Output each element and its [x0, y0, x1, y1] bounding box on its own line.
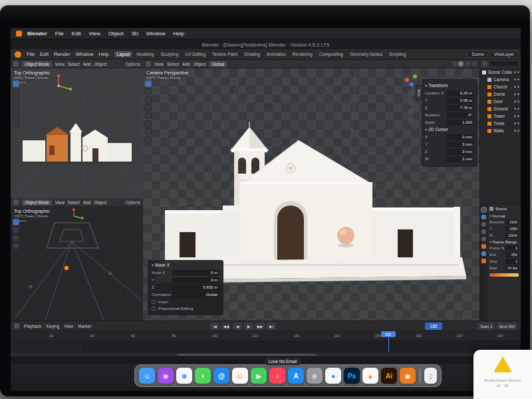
- cursor-panel-title[interactable]: 2D Cursor: [425, 127, 474, 132]
- workspace-tab[interactable]: Rendering: [290, 51, 315, 57]
- field-value[interactable]: 5.835 m: [172, 285, 219, 291]
- editor-type-icon[interactable]: [13, 200, 19, 205]
- timeline-menu[interactable]: View: [64, 324, 73, 329]
- workspace-tab[interactable]: Layout: [114, 51, 133, 57]
- dock-app-icon[interactable]: ◗: [195, 368, 211, 384]
- trash-icon[interactable]: ▯: [424, 368, 437, 384]
- workspace-tab[interactable]: Scripting: [386, 51, 408, 57]
- tool-measure[interactable]: [145, 136, 152, 143]
- workspace-tab[interactable]: Modeling: [134, 51, 156, 57]
- viewport-menu[interactable]: View: [55, 62, 65, 66]
- dock-app-icon[interactable]: ♪: [269, 368, 285, 384]
- playhead[interactable]: 185: [388, 331, 389, 352]
- viewport-menu[interactable]: Add: [182, 62, 190, 66]
- viewport-menu[interactable]: Select: [167, 62, 179, 66]
- visibility-toggles[interactable]: [514, 78, 519, 80]
- tool-scale[interactable]: [13, 112, 19, 119]
- menubar-item[interactable]: 3D: [132, 31, 138, 37]
- viewport-canvas[interactable]: Top Orthographic (001) Trees | Dome Mete…: [11, 68, 143, 198]
- topbar-menu[interactable]: Window: [76, 51, 94, 57]
- orientation-dropdown[interactable]: Global: [172, 292, 219, 298]
- options-button[interactable]: Options: [126, 62, 140, 66]
- field-value[interactable]: 250: [505, 252, 519, 257]
- dock-app-icon[interactable]: A: [288, 368, 304, 384]
- viewport-menu[interactable]: Select: [68, 200, 80, 205]
- dock-app-icon[interactable]: ◉: [400, 368, 416, 384]
- zoom-icon[interactable]: [408, 89, 415, 96]
- properties-tab-object[interactable]: [481, 244, 486, 249]
- properties-tab-render[interactable]: [481, 207, 486, 212]
- menubar-item[interactable]: File: [55, 31, 64, 37]
- field-value[interactable]: 24 fps: [505, 265, 519, 271]
- options-button[interactable]: Options: [126, 200, 140, 205]
- filter-icon[interactable]: [482, 61, 487, 66]
- scrollbar-thumb[interactable]: [177, 354, 317, 356]
- operator-checkbox[interactable]: Proportional Editing: [152, 305, 219, 311]
- frame-start-field[interactable]: Start1: [477, 323, 495, 330]
- orientation-selector[interactable]: Global: [209, 61, 227, 67]
- tool-cursor[interactable]: [145, 88, 152, 95]
- outliner-item[interactable]: Church: [480, 83, 521, 90]
- dock-app-icon[interactable]: ▲: [362, 368, 378, 384]
- tool-transform[interactable]: [13, 120, 19, 127]
- topbar-menu[interactable]: Render: [54, 51, 70, 57]
- viewport-menu[interactable]: Object: [94, 200, 107, 205]
- mode-selector[interactable]: Object Mode: [22, 61, 52, 67]
- tool-select[interactable]: [13, 80, 19, 87]
- properties-tab-world[interactable]: [481, 237, 486, 241]
- viewport-menu[interactable]: View: [154, 62, 164, 66]
- tool-rotate[interactable]: [13, 243, 19, 249]
- transform-panel-title[interactable]: Transform: [425, 83, 474, 88]
- transport-button[interactable]: ◀◀: [221, 323, 231, 330]
- dock-app-icon[interactable]: ◎: [232, 368, 248, 384]
- frame-range-panel-title[interactable]: Frame Range: [489, 239, 519, 244]
- menubar-item[interactable]: Blender: [27, 31, 47, 37]
- outliner-item[interactable]: Walls: [480, 127, 521, 134]
- workspace-tab[interactable]: UV Editing: [182, 51, 208, 57]
- field-value[interactable]: 0 mm: [447, 134, 474, 140]
- shading-solid-icon[interactable]: [458, 61, 464, 66]
- properties-tab-scene[interactable]: [481, 229, 486, 234]
- tool-rotate[interactable]: [13, 104, 19, 111]
- field-value[interactable]: 0 m: [172, 277, 219, 283]
- visibility-toggles[interactable]: [514, 122, 519, 124]
- mode-selector[interactable]: Object Mode: [22, 200, 52, 205]
- timeline-menu[interactable]: Marker: [78, 324, 91, 329]
- dock-app-icon[interactable]: Ps: [344, 368, 360, 384]
- tool-move[interactable]: [145, 96, 152, 103]
- viewport-canvas[interactable]: Top Orthographic (007) Trees | Dome Mete…: [11, 207, 143, 321]
- topbar-menu[interactable]: Help: [98, 51, 108, 57]
- viewport-menu[interactable]: Add: [83, 62, 91, 66]
- transport-button[interactable]: |◀: [210, 323, 219, 330]
- workspace-tab[interactable]: Sculpting: [158, 51, 182, 57]
- visibility-toggles[interactable]: [514, 108, 519, 110]
- field-value[interactable]: 1920 px: [505, 219, 519, 225]
- properties-tab-material[interactable]: [481, 259, 486, 263]
- dock-app-icon[interactable]: ⊕: [176, 368, 192, 384]
- current-frame-field[interactable]: 185: [425, 323, 442, 330]
- dock-app-icon[interactable]: ▶: [251, 368, 267, 384]
- shading-wireframe-icon[interactable]: [452, 61, 458, 66]
- menubar-item[interactable]: Window: [146, 31, 165, 37]
- menubar-item[interactable]: Edit: [72, 31, 81, 37]
- viewport-menu[interactable]: Select: [68, 62, 80, 66]
- editor-type-icon[interactable]: [13, 61, 19, 66]
- field-value[interactable]: 1.000: [447, 120, 474, 126]
- topbar-menu[interactable]: Edit: [40, 51, 49, 57]
- tool-cursor[interactable]: [13, 227, 19, 233]
- visibility-toggles[interactable]: [514, 100, 519, 102]
- workspace-tab[interactable]: Shading: [241, 51, 263, 57]
- viewlayer-selector[interactable]: ViewLayer: [490, 51, 518, 58]
- editor-type-icon[interactable]: [146, 61, 151, 66]
- outliner-item[interactable]: Ground: [480, 105, 521, 112]
- transport-button[interactable]: ▶▶: [255, 323, 265, 330]
- outliner-item[interactable]: Scene Collection: [480, 68, 521, 76]
- timeline-tracks[interactable]: [11, 341, 521, 352]
- field-value[interactable]: 3 mm: [447, 142, 474, 148]
- properties-tab-output[interactable]: [481, 215, 486, 219]
- sidebar-tab-item[interactable]: Item: [416, 85, 422, 100]
- viewport-menu[interactable]: View: [55, 200, 65, 205]
- tool-cursor[interactable]: [13, 88, 19, 95]
- field-value[interactable]: 100%: [505, 233, 519, 238]
- tool-transform[interactable]: [145, 120, 152, 127]
